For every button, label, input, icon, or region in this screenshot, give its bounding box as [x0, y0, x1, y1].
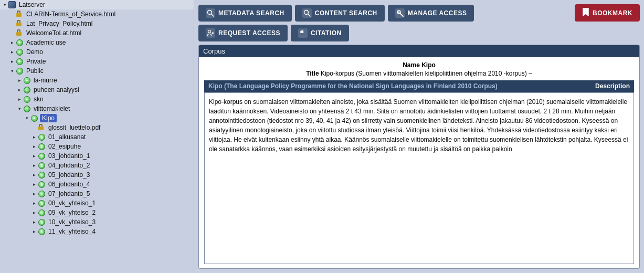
toolbar-row2: REQUEST ACCESS❝CITATION — [198, 25, 640, 41]
tree-expander-viittomakielet[interactable]: ▾ — [16, 105, 23, 112]
tree-label-02: 02_esipuhe — [47, 143, 81, 150]
green-plus-icon: + — [16, 67, 24, 75]
tree-expander-welcome — [8, 29, 16, 37]
tree-expander-private[interactable]: ▸ — [8, 58, 16, 65]
svg-line-3 — [308, 14, 310, 16]
tree-expander-01[interactable]: ▸ — [30, 133, 38, 141]
key-icon: $ — [38, 228, 46, 236]
tree-expander-07[interactable]: ▸ — [30, 190, 38, 197]
tree-icon-skn: + — [23, 96, 33, 103]
request-access-button[interactable]: REQUEST ACCESS — [198, 25, 288, 41]
tree-icon-viittomakielet: + — [23, 105, 33, 113]
right-panel: METADATA SEARCHCONTENT SEARCHMANAGE ACCE… — [194, 0, 644, 273]
tree-item-privacy[interactable]: Lat_Privacy_Policy.html — [0, 19, 194, 28]
tree-icon-clarin — [16, 10, 25, 18]
tree-label-09: 09_vk_yhteiso_2 — [47, 209, 96, 216]
tree-icon-08: $ — [38, 200, 47, 207]
tree-icon-welcome — [16, 29, 25, 37]
tree-expander-03[interactable]: ▸ — [30, 152, 38, 160]
tree-expander-kipo[interactable]: ▾ — [23, 114, 30, 122]
manage-access-button[interactable]: MANAGE ACCESS — [388, 5, 474, 22]
description-header: Kipo (The Language Policy Programme for … — [204, 80, 634, 92]
tree-item-clarin[interactable]: CLARIN-Terms_of_Service.html — [0, 9, 194, 19]
tree-expander-02[interactable]: ▸ — [30, 143, 38, 150]
tree-item-06[interactable]: ▸ $ 06_johdanto_4 — [0, 180, 194, 189]
tree-item-09[interactable]: ▸ $ 09_vk_yhteiso_2 — [0, 208, 194, 217]
tree-expander-skn[interactable]: ▸ — [16, 96, 23, 103]
green-plus-icon: + — [23, 77, 31, 85]
tree-icon-glossit — [38, 124, 47, 131]
green-plus-icon: + — [16, 58, 24, 66]
tree-item-viittomakielet[interactable]: ▾ + viittomakielet — [0, 104, 194, 113]
tree-item-07[interactable]: ▸ $ 07_johdanto_5 — [0, 189, 194, 198]
tree-expander-09[interactable]: ▸ — [30, 209, 38, 216]
tree-item-public[interactable]: ▾ + Public — [0, 66, 194, 76]
bookmark-button[interactable]: BOOKMARK — [575, 4, 640, 22]
tree-item-01[interactable]: ▸ $ 01_alkusanat — [0, 132, 194, 142]
tree-expander-puheen[interactable]: ▸ — [16, 86, 23, 93]
tree-expander-latserver[interactable]: ▾ — [1, 1, 8, 8]
tree-icon-02: $ — [38, 143, 47, 151]
left-panel: ▾LatserverCLARIN-Terms_of_Service.htmlLa… — [0, 0, 194, 273]
tree-item-kipo[interactable]: ▾ + Kipo — [0, 113, 194, 123]
tree-item-la-murre[interactable]: ▸ + la-murre — [0, 76, 194, 85]
tree-item-skn[interactable]: ▸ + skn — [0, 94, 194, 104]
svg-line-1 — [212, 14, 214, 16]
key-icon: $ — [38, 133, 46, 141]
tree-item-04[interactable]: ▸ $ 04_johdanto_2 — [0, 161, 194, 170]
tree-expander-10[interactable]: ▸ — [30, 218, 38, 226]
tree-icon-la-murre: + — [23, 77, 33, 85]
tree-expander-demo[interactable]: ▸ — [8, 48, 16, 56]
tree-item-academic[interactable]: ▸ + Academic use — [0, 38, 194, 47]
manage-access-label: MANAGE ACCESS — [408, 9, 467, 17]
tree-item-05[interactable]: ▸ $ 05_johdanto_3 — [0, 170, 194, 180]
svg-point-6 — [398, 11, 399, 13]
tree-label-06: 06_johdanto_4 — [47, 181, 90, 188]
tree-icon-10: $ — [38, 218, 47, 226]
tree-view[interactable]: ▾LatserverCLARIN-Terms_of_Service.htmlLa… — [0, 0, 194, 273]
tree-label-privacy: Lat_Privacy_Policy.html — [25, 20, 93, 27]
description-text[interactable]: Kipo-korpus on suomalaisen viittomakielt… — [204, 92, 634, 264]
corpus-title-label: Title — [306, 70, 319, 77]
tree-item-private[interactable]: ▸ + Private — [0, 57, 194, 66]
tree-icon-privacy — [16, 20, 25, 27]
tree-item-11[interactable]: ▸ $ 11_vk_yhteiso_4 — [0, 227, 194, 236]
tree-expander-08[interactable]: ▸ — [30, 200, 38, 207]
tree-expander-la-murre[interactable]: ▸ — [16, 77, 23, 84]
tree-label-welcome: WelcomeToLat.html — [25, 29, 81, 37]
tree-item-demo[interactable]: ▸ + Demo — [0, 47, 194, 57]
tree-expander-privacy — [8, 20, 16, 27]
request-access-icon — [206, 28, 215, 38]
tree-item-03[interactable]: ▸ $ 03_johdanto_1 — [0, 151, 194, 161]
metadata-search-label: METADATA SEARCH — [218, 9, 284, 17]
tree-item-02[interactable]: ▸ $ 02_esipuhe — [0, 142, 194, 151]
corpus-name-row: Name Kipo — [204, 61, 634, 69]
tree-expander-public[interactable]: ▾ — [8, 67, 16, 75]
tree-expander-11[interactable]: ▸ — [30, 228, 38, 235]
tree-icon-kipo: + — [30, 114, 40, 122]
corpus-content: Name Kipo Title Kipo-korpus (Suomen viit… — [199, 57, 639, 268]
tree-expander-06[interactable]: ▸ — [30, 181, 38, 188]
tree-expander-academic[interactable]: ▸ — [8, 39, 16, 46]
tree-item-welcome[interactable]: WelcomeToLat.html — [0, 28, 194, 38]
tree-label-11: 11_vk_yhteiso_4 — [47, 228, 96, 235]
corpus-title-row: Title Kipo-korpus (Suomen viittomakielte… — [204, 70, 634, 77]
tree-item-latserver[interactable]: ▾Latserver — [0, 0, 194, 9]
description-label: Description — [595, 82, 630, 90]
tree-item-puheen[interactable]: ▸ + puheen analyysi — [0, 85, 194, 94]
tree-label-03: 03_johdanto_1 — [47, 152, 90, 160]
tree-item-glossit[interactable]: glossit_luettelo.pdf — [0, 123, 194, 132]
tree-expander-04[interactable]: ▸ — [30, 162, 38, 169]
metadata-search-button[interactable]: METADATA SEARCH — [198, 5, 292, 22]
tree-label-viittomakielet: viittomakielet — [33, 105, 70, 112]
corpus-subtitle: Kipo (The Language Policy Programme for … — [208, 82, 498, 90]
corpus-name-value: Kipo — [421, 61, 436, 69]
tree-label-skn: skn — [33, 96, 44, 103]
tree-item-08[interactable]: ▸ $ 08_vk_yhteiso_1 — [0, 198, 194, 208]
tree-expander-05[interactable]: ▸ — [30, 171, 38, 178]
toolbar: METADATA SEARCHCONTENT SEARCHMANAGE ACCE… — [198, 4, 640, 41]
tree-item-10[interactable]: ▸ $ 10_vk_yhteiso_3 — [0, 217, 194, 227]
content-search-button[interactable]: CONTENT SEARCH — [295, 5, 385, 22]
citation-button[interactable]: ❝CITATION — [291, 25, 349, 41]
key-icon: $ — [38, 162, 46, 170]
